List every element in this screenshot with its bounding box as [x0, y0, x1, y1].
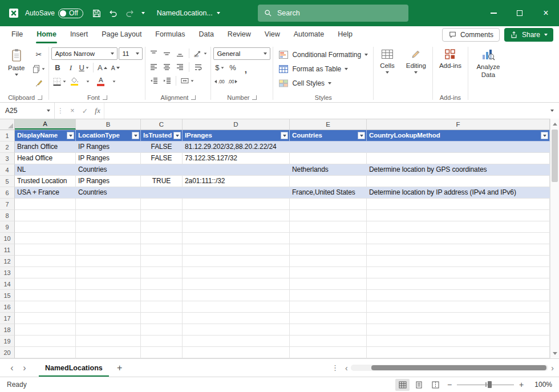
cell-E3[interactable]	[290, 153, 367, 164]
sheet-tab-namedlocations[interactable]: NamedLocations	[37, 359, 111, 377]
cell-B9[interactable]	[76, 221, 141, 233]
cell-B6[interactable]: Countries	[76, 187, 141, 199]
zoom-out-button[interactable]: −	[444, 380, 455, 389]
cell-styles-button[interactable]: Cell Styles	[276, 76, 371, 90]
row-header-7[interactable]: 7	[0, 199, 15, 210]
row-header-11[interactable]: 11	[0, 244, 15, 256]
ribbon-tab-file[interactable]: File	[5, 26, 30, 43]
paste-button[interactable]: Paste	[4, 46, 29, 92]
row-header-3[interactable]: 3	[0, 153, 15, 164]
cell-C2[interactable]: FALSE	[141, 142, 183, 153]
percent-style-button[interactable]: %	[226, 62, 238, 74]
filter-button-Countries[interactable]	[358, 132, 365, 139]
cell-C1[interactable]: IsTrusted	[141, 130, 183, 142]
row-header-12[interactable]: 12	[0, 256, 15, 267]
cell-B10[interactable]	[76, 233, 141, 244]
undo-button[interactable]	[106, 6, 121, 21]
zoom-slider-thumb[interactable]	[488, 381, 492, 388]
scroll-right-arrow[interactable]: ›	[549, 363, 556, 373]
clipboard-dialog-launcher[interactable]	[38, 95, 42, 100]
cell-B13[interactable]	[76, 267, 141, 278]
cell-C9[interactable]	[141, 221, 183, 233]
cell-C13[interactable]	[141, 267, 183, 278]
row-header-15[interactable]: 15	[0, 290, 15, 301]
file-name-menu[interactable]: NamedLocation...	[157, 9, 220, 17]
cell-F10[interactable]	[367, 233, 550, 244]
font-name-select[interactable]: Aptos Narrow	[51, 47, 118, 60]
column-header-D[interactable]: D	[183, 119, 290, 130]
ribbon-tab-automate[interactable]: Automate	[287, 26, 331, 43]
font-dialog-launcher[interactable]	[103, 95, 107, 100]
cell-E2[interactable]	[290, 142, 367, 153]
excel-app-icon[interactable]	[6, 7, 22, 19]
cell-D12[interactable]	[183, 256, 290, 267]
ribbon-tab-data[interactable]: Data	[192, 26, 220, 43]
cell-E8[interactable]	[290, 210, 367, 221]
alignment-dialog-launcher[interactable]	[191, 95, 196, 100]
cell-F2[interactable]	[367, 142, 550, 153]
comma-style-button[interactable]: ,	[240, 62, 252, 74]
name-box-resize-handle[interactable]: ⋮	[55, 107, 66, 115]
row-header-10[interactable]: 10	[0, 233, 15, 244]
decrease-font-size-button[interactable]: A	[110, 62, 121, 74]
cell-F14[interactable]	[367, 278, 550, 290]
row-header-16[interactable]: 16	[0, 301, 15, 313]
cell-E1[interactable]: Countries	[290, 130, 367, 142]
zoom-slider[interactable]	[457, 378, 514, 391]
cut-button[interactable]: ✂	[31, 49, 46, 60]
borders-button[interactable]	[51, 75, 67, 87]
normal-view-button[interactable]	[395, 379, 410, 391]
cell-A4[interactable]: NL	[15, 164, 76, 176]
cell-D1[interactable]: IPranges	[183, 130, 290, 142]
cell-A12[interactable]	[15, 256, 76, 267]
top-align-button[interactable]	[148, 47, 160, 59]
cell-E11[interactable]	[290, 244, 367, 256]
cell-D17[interactable]	[183, 313, 290, 324]
cell-A16[interactable]	[15, 301, 76, 313]
cell-B5[interactable]: IP Ranges	[76, 176, 141, 187]
underline-button[interactable]: U	[78, 62, 90, 74]
ribbon-tab-view[interactable]: View	[258, 26, 287, 43]
comments-button[interactable]: Comments	[442, 28, 500, 42]
cell-A7[interactable]	[15, 199, 76, 210]
cell-D8[interactable]	[183, 210, 290, 221]
cell-B11[interactable]	[76, 244, 141, 256]
cell-E12[interactable]	[290, 256, 367, 267]
ribbon-tab-help[interactable]: Help	[331, 26, 359, 43]
cells-button[interactable]: Cells	[376, 46, 399, 92]
cell-C17[interactable]	[141, 313, 183, 324]
sheet-nav-prev-button[interactable]: ‹	[6, 362, 18, 374]
cell-F9[interactable]	[367, 221, 550, 233]
cell-C18[interactable]	[141, 324, 183, 336]
cell-E5[interactable]	[290, 176, 367, 187]
middle-align-button[interactable]	[161, 47, 173, 59]
cell-D7[interactable]	[183, 199, 290, 210]
cell-D10[interactable]	[183, 233, 290, 244]
merge-center-button[interactable]	[179, 75, 195, 87]
cell-B18[interactable]	[76, 324, 141, 336]
cell-B20[interactable]	[76, 347, 141, 358]
cell-C15[interactable]	[141, 290, 183, 301]
increase-font-size-button[interactable]: A	[96, 62, 108, 74]
cell-A3[interactable]: Head Office	[15, 153, 76, 164]
insert-function-button[interactable]: fx	[91, 104, 104, 117]
new-sheet-button[interactable]: +	[111, 359, 128, 377]
cell-F1[interactable]: CountryLookupMethod	[367, 130, 550, 142]
cell-E16[interactable]	[290, 301, 367, 313]
ribbon-tab-review[interactable]: Review	[221, 26, 258, 43]
row-header-1[interactable]: 1	[0, 130, 15, 142]
cell-E4[interactable]: Netherlands	[290, 164, 367, 176]
column-header-F[interactable]: F	[367, 119, 550, 130]
row-header-8[interactable]: 8	[0, 210, 15, 221]
cell-E20[interactable]	[290, 347, 367, 358]
row-header-20[interactable]: 20	[0, 347, 15, 358]
editing-button[interactable]: Editing	[402, 46, 430, 92]
cell-B17[interactable]	[76, 313, 141, 324]
format-painter-button[interactable]	[31, 77, 46, 89]
close-button[interactable]: ×	[533, 0, 559, 26]
cell-C12[interactable]	[141, 256, 183, 267]
cell-A2[interactable]: Branch Office	[15, 142, 76, 153]
font-size-select[interactable]: 11	[119, 47, 143, 60]
cell-D19[interactable]	[183, 336, 290, 347]
conditional-formatting-button[interactable]: Conditional Formatting	[276, 48, 371, 62]
